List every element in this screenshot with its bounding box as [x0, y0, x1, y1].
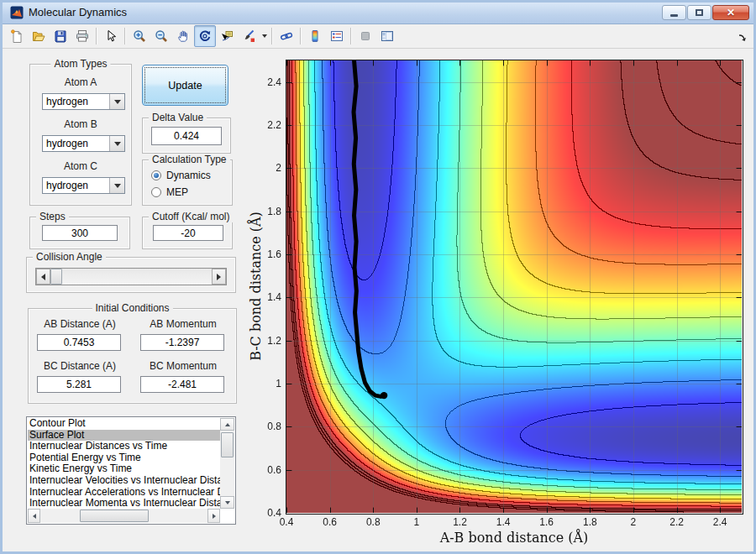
ab-momentum-label: AB Momentum: [136, 318, 230, 330]
delta-value-title: Delta Value: [149, 112, 207, 123]
brush-dropdown-button[interactable]: [260, 26, 269, 46]
y-tick-label: 0.4: [249, 507, 281, 519]
y-tick-label: 0.6: [249, 464, 281, 476]
collision-angle-panel: Collision Angle: [26, 257, 236, 293]
dropdown-arrow-button[interactable]: [109, 178, 124, 193]
list-item[interactable]: Kinetic Energy vs Time: [28, 463, 220, 475]
listbox-hscrollbar[interactable]: [28, 509, 220, 523]
x-tick-label: 2.4: [705, 516, 735, 528]
arrow-down-icon: [225, 501, 230, 504]
delta-value-panel: Delta Value 0.424: [142, 118, 231, 154]
minimize-button[interactable]: [662, 5, 686, 20]
link-plots-button[interactable]: [276, 25, 297, 47]
list-item[interactable]: Surface Plot: [28, 430, 220, 442]
window-title: Molecular Dynamics: [29, 6, 127, 18]
scroll-right-button[interactable]: [207, 509, 220, 523]
rotate-3d-button[interactable]: [194, 25, 216, 47]
dropdown-arrow-button[interactable]: [109, 94, 124, 109]
mep-radio-row[interactable]: MEP: [151, 186, 188, 198]
atom-a-dropdown[interactable]: hydrogen: [42, 93, 125, 110]
delta-value-field[interactable]: 0.424: [151, 127, 222, 145]
ab-distance-field[interactable]: 0.7453: [37, 334, 121, 351]
scroll-down-button[interactable]: [220, 496, 234, 509]
dynamics-radio-icon[interactable]: [151, 170, 161, 180]
initial-conditions-title: Initial Conditions: [92, 302, 172, 314]
atom-c-dropdown[interactable]: hydrogen: [42, 177, 125, 194]
hide-plot-tools-button[interactable]: [354, 25, 376, 47]
brush-icon: [242, 29, 255, 43]
collision-angle-slider[interactable]: [35, 268, 227, 285]
y-tick-label: 1.4: [249, 291, 281, 303]
list-item[interactable]: Internuclear Momenta vs Internuclear Dis…: [28, 498, 220, 509]
x-tick-label: 1.2: [444, 516, 475, 528]
save-button[interactable]: [50, 25, 71, 47]
slider-thumb[interactable]: [50, 269, 62, 285]
dock-figure-button[interactable]: [738, 31, 748, 46]
scroll-up-button[interactable]: [220, 418, 234, 431]
slider-left-arrow[interactable]: [36, 269, 50, 285]
steps-field[interactable]: 300: [42, 225, 118, 241]
rotate-3d-icon: [198, 29, 212, 43]
chevron-down-icon: [114, 100, 121, 104]
minimize-icon: [670, 14, 678, 17]
bc-distance-field[interactable]: 5.281: [37, 376, 121, 393]
maximize-button[interactable]: [687, 5, 711, 20]
y-tick-label: 1.8: [249, 206, 281, 217]
list-item[interactable]: Internuclear Velocities vs Internuclear …: [28, 475, 220, 487]
open-file-icon: [32, 29, 45, 43]
scroll-left-button[interactable]: [28, 509, 40, 523]
open-file-button[interactable]: [28, 25, 50, 47]
zoom-in-button[interactable]: [129, 25, 150, 47]
close-button[interactable]: ✕: [712, 5, 749, 20]
x-tick-label: 1.4: [488, 516, 518, 528]
x-tick-label: 0.8: [358, 516, 388, 528]
update-button[interactable]: Update: [142, 65, 228, 106]
x-tick-label: 1.6: [532, 516, 562, 528]
y-tick-label: 1.2: [249, 335, 281, 347]
dynamics-radio-row[interactable]: Dynamics: [151, 170, 211, 181]
slider-right-arrow[interactable]: [212, 269, 226, 285]
bc-momentum-field[interactable]: -2.481: [140, 376, 224, 393]
calculation-type-title: Calculation Type: [149, 154, 230, 165]
list-item[interactable]: Potential Energy vs Time: [28, 452, 220, 464]
title-bar[interactable]: Molecular Dynamics ✕: [3, 3, 753, 24]
toolbar-separator: [350, 28, 352, 44]
initial-conditions-panel: Initial Conditions AB Distance (A) AB Mo…: [28, 308, 237, 404]
brush-button[interactable]: [238, 25, 260, 47]
new-file-button[interactable]: [6, 25, 28, 47]
cutoff-field[interactable]: -20: [153, 225, 223, 241]
show-plot-tools-button[interactable]: [376, 25, 398, 47]
atom-c-label: Atom C: [30, 160, 131, 172]
link-plots-icon: [280, 29, 293, 43]
x-axis-label: A-B bond distance (Å): [286, 530, 742, 546]
chevron-down-icon: [114, 184, 121, 188]
pan-tool-button[interactable]: [172, 25, 194, 47]
insert-colorbar-button[interactable]: [304, 25, 326, 47]
list-item[interactable]: Internuclear Accelerations vs Internucle…: [28, 487, 220, 499]
atom-a-label: Atom A: [30, 76, 131, 88]
bc-momentum-label: BC Momentum: [136, 360, 230, 372]
list-item[interactable]: Internuclear Distances vs Time: [28, 441, 220, 452]
atom-b-value: hydrogen: [46, 138, 88, 149]
data-cursor-button[interactable]: [216, 25, 238, 47]
atom-b-dropdown[interactable]: hydrogen: [42, 135, 125, 152]
arrow-right-icon: [213, 514, 216, 519]
ab-momentum-field[interactable]: -1.2397: [140, 334, 224, 351]
data-cursor-icon: [220, 29, 234, 43]
dropdown-arrow-button[interactable]: [109, 136, 124, 151]
x-tick-label: 0.6: [315, 516, 345, 528]
cursor-tool-button[interactable]: [100, 25, 122, 47]
mep-radio-icon[interactable]: [151, 187, 161, 197]
listbox-vscrollbar[interactable]: [220, 418, 234, 509]
y-tick-label: 1.6: [249, 248, 281, 260]
list-item[interactable]: Contour Plot: [28, 418, 220, 430]
plot-type-listbox[interactable]: Contour PlotSurface PlotInternuclear Dis…: [26, 416, 236, 525]
vscroll-thumb[interactable]: [221, 432, 234, 457]
print-button[interactable]: [71, 25, 93, 47]
save-icon: [54, 29, 67, 43]
hscroll-thumb[interactable]: [80, 510, 149, 522]
contour-canvas[interactable]: [286, 60, 742, 513]
zoom-out-button[interactable]: [150, 25, 172, 47]
insert-legend-button[interactable]: [326, 25, 348, 47]
toolbar-separator: [300, 28, 302, 44]
